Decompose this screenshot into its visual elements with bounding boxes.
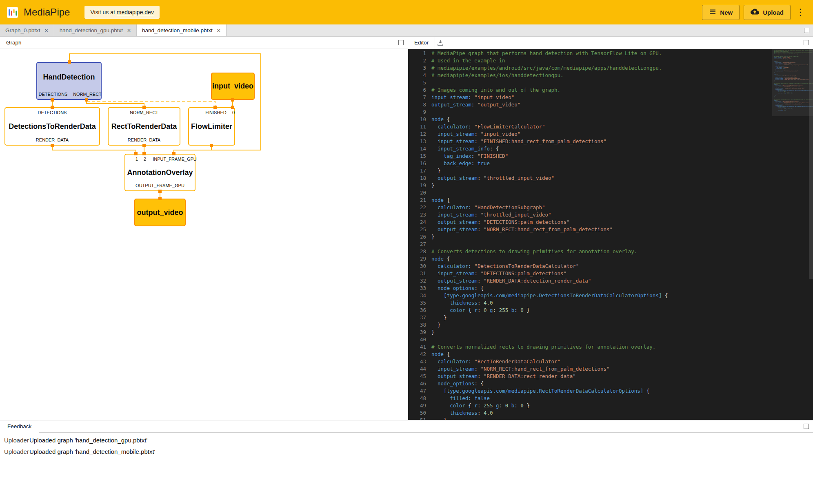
graph-panel-popout-icon[interactable] (398, 40, 404, 45)
line-number: 37 (408, 314, 426, 321)
code-line[interactable]: 10node { (408, 116, 772, 123)
code-line[interactable]: 40 (408, 336, 772, 343)
port-detections-in[interactable]: DETECTIONS (38, 111, 67, 115)
code-line[interactable]: 41# Converts normalized rects to drawing… (408, 343, 772, 351)
code-line[interactable]: 30 calculator: "DetectionsToRenderDataCa… (408, 263, 772, 270)
code-editor[interactable]: 1# MediaPipe graph that performs hand de… (408, 49, 813, 420)
code-line[interactable]: 15 tag_index: "FINISHED" (408, 153, 772, 160)
close-tab-icon[interactable]: ✕ (217, 28, 221, 33)
port-two[interactable]: 2 (144, 157, 146, 161)
editor-panel-popout-icon[interactable] (804, 40, 809, 45)
minimap-slider[interactable] (772, 49, 813, 116)
node-rect-to-render-data[interactable]: NORM_RECT RectToRenderData RENDER_DATA (108, 107, 180, 146)
visit-link[interactable]: mediapipe.dev (117, 9, 154, 15)
code-lines[interactable]: 1# MediaPipe graph that performs hand de… (408, 49, 772, 420)
port-one[interactable]: 1 (136, 157, 138, 161)
code-line[interactable]: 45 output_stream: "RENDER_DATA:rect_rend… (408, 373, 772, 380)
code-line[interactable]: 44 input_stream: "NORM_RECT:hand_rect_fr… (408, 365, 772, 373)
code-line[interactable]: 14 input_stream_info: { (408, 145, 772, 153)
port-input-frame-gpu[interactable]: INPUT_FRAME_GPU (153, 157, 197, 161)
code-line[interactable]: 22 calculator: "HandDetectionSubgraph" (408, 204, 772, 211)
code-line[interactable]: 6# Images coming into and out of the gra… (408, 86, 772, 94)
code-line[interactable]: 18 output_stream: "throttled_input_video… (408, 175, 772, 182)
code-line[interactable]: 11 calculator: "FlowLimiterCalculator" (408, 123, 772, 130)
code-line[interactable]: 51 } (408, 417, 772, 420)
node-hand-detection[interactable]: HandDetection DETECTIONS NORM_RECT (36, 62, 102, 100)
code-line[interactable]: 48 filled: false (408, 395, 772, 402)
code-line[interactable]: 47 [type.googleapis.com/mediapipe.RectTo… (408, 387, 772, 395)
code-line[interactable]: 36 color { r: 0 g: 255 b: 0 } (408, 307, 772, 314)
code-line[interactable]: 34 [type.googleapis.com/mediapipe.Detect… (408, 292, 772, 299)
code-line[interactable]: 37 } (408, 314, 772, 321)
code-line[interactable]: 28# Converts detections to drawing primi… (408, 248, 772, 255)
editor-scrollbar[interactable] (809, 49, 813, 279)
editor-tab[interactable]: Editor (408, 37, 435, 49)
node-flow-limiter[interactable]: FINISHED 0 FlowLimiter (188, 107, 235, 146)
upload-button-label: Upload (763, 9, 784, 16)
code-line[interactable]: 1# MediaPipe graph that performs hand de… (408, 50, 772, 57)
node-input-video[interactable]: input_video (211, 73, 255, 100)
code-line[interactable]: 4# mediapipie/examples/ios/handdetection… (408, 72, 772, 79)
node-annotation-overlay[interactable]: 1 2 INPUT_FRAME_GPU AnnotationOverlay OU… (124, 154, 195, 191)
code-line[interactable]: 7input_stream: "input_video" (408, 94, 772, 101)
graph-canvas[interactable]: HandDetection DETECTIONS NORM_RECT input… (0, 49, 408, 420)
code-line[interactable]: 31 input_stream: "DETECTIONS:palm_detect… (408, 270, 772, 277)
port-detections[interactable]: DETECTIONS (39, 92, 68, 97)
code-line[interactable]: 5 (408, 79, 772, 86)
code-line[interactable]: 17 } (408, 167, 772, 175)
code-line[interactable]: 21node { (408, 197, 772, 204)
tab-hand-detection-mobile-pbtxt[interactable]: hand_detection_mobile.pbtxt ✕ (137, 24, 227, 36)
editor-minimap[interactable]: # MediaPipe graph that performs hand det… (772, 49, 813, 420)
tab-hand-detection-gpu-pbtxt[interactable]: hand_detection_gpu.pbtxt ✕ (54, 24, 137, 36)
port-norm-rect-in[interactable]: NORM_RECT (130, 111, 158, 115)
code-line[interactable]: 38 } (408, 321, 772, 329)
tabbar-popout-icon[interactable] (804, 28, 809, 33)
code-line[interactable]: 8output_stream: "output_video" (408, 101, 772, 108)
new-graph-button[interactable]: New (702, 5, 740, 20)
code-line[interactable]: 25 output_stream: "NORM_RECT:hand_rect_f… (408, 226, 772, 233)
port-output-frame-gpu[interactable]: OUTPUT_FRAME_GPU (136, 183, 184, 188)
code-line[interactable]: 23 input_stream: "throttled_input_video" (408, 211, 772, 219)
file-tab-bar: Graph_0.pbtxt ✕ hand_detection_gpu.pbtxt… (0, 24, 813, 37)
code-line[interactable]: 42node { (408, 351, 772, 358)
close-tab-icon[interactable]: ✕ (127, 28, 131, 33)
code-line[interactable]: 24 output_stream: "DETECTIONS:palm_detec… (408, 219, 772, 226)
code-line[interactable]: 50 thickness: 4.0 (408, 409, 772, 417)
code-line[interactable]: 12 input_stream: "input_video" (408, 130, 772, 138)
tab-graph-0-pbtxt[interactable]: Graph_0.pbtxt ✕ (0, 24, 54, 36)
line-number: 4 (408, 72, 426, 79)
port-norm-rect[interactable]: NORM_RECT (73, 92, 102, 97)
overflow-menu-button[interactable]: ⋮ (795, 7, 806, 17)
port-finished[interactable]: FINISHED (205, 111, 226, 115)
code-line[interactable]: 43 calculator: "RectToRenderDataCalculat… (408, 358, 772, 365)
code-line[interactable]: 29node { (408, 255, 772, 263)
code-line[interactable]: 35 thickness: 4.0 (408, 299, 772, 307)
code-line[interactable]: 39} (408, 329, 772, 336)
feedback-tab[interactable]: Feedback (0, 420, 39, 433)
code-line[interactable]: 20 (408, 189, 772, 197)
code-line[interactable]: 2# Used in the example in (408, 57, 772, 64)
code-line[interactable]: 46 node_options: { (408, 380, 772, 387)
code-line[interactable]: 32 output_stream: "RENDER_DATA:detection… (408, 277, 772, 285)
download-graph-icon[interactable] (435, 37, 446, 49)
code-line[interactable]: 33 node_options: { (408, 285, 772, 292)
node-output-video[interactable]: output_video (134, 199, 186, 226)
app-header: MediaPipe Visit us at mediapipe.dev New … (0, 0, 813, 24)
close-tab-icon[interactable]: ✕ (44, 28, 49, 33)
port-zero[interactable]: 0 (232, 111, 235, 115)
code-line[interactable]: 49 color { r: 255 g: 0 b: 0 } (408, 402, 772, 409)
code-line[interactable]: 16 back_edge: true (408, 160, 772, 167)
code-line[interactable]: 9 (408, 108, 772, 116)
code-line[interactable]: 13 input_stream: "FINISHED:hand_rect_fro… (408, 138, 772, 145)
node-detections-to-render-data[interactable]: DETECTIONS DetectionsToRenderData RENDER… (4, 107, 100, 146)
code-line[interactable]: 19} (408, 182, 772, 189)
feedback-panel-popout-icon[interactable] (804, 424, 809, 429)
graph-tab[interactable]: Graph (0, 37, 28, 49)
port-render-data-out[interactable]: RENDER_DATA (36, 138, 69, 142)
port-render-data-out[interactable]: RENDER_DATA (128, 138, 160, 142)
upload-graph-button[interactable]: Upload (744, 5, 791, 20)
code-line[interactable]: 3# mediapipie/examples/android/src/java/… (408, 64, 772, 72)
visit-link-chip[interactable]: Visit us at mediapipe.dev (84, 6, 160, 19)
code-line[interactable]: 27 (408, 241, 772, 248)
code-line[interactable]: 26} (408, 233, 772, 241)
